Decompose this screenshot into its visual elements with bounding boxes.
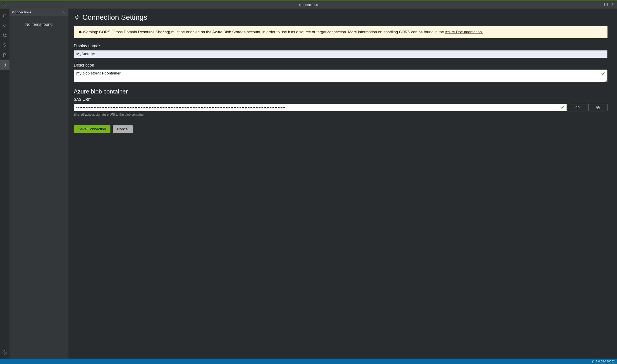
sidebar-title: Connections <box>12 10 31 14</box>
sas-helper-text: Shared access signature URI to the blob … <box>74 113 607 116</box>
display-name-input[interactable] <box>74 50 607 58</box>
rail-nodes-icon[interactable] <box>0 30 10 40</box>
panel-toggle-icon[interactable] <box>604 2 608 7</box>
rail-plug-icon[interactable] <box>0 60 10 70</box>
sidebar-empty-message: No items found <box>10 16 68 359</box>
svg-point-4 <box>4 25 4 25</box>
azure-docs-link[interactable]: Azure Documentation. <box>445 30 483 34</box>
svg-point-19 <box>594 361 594 361</box>
description-label: Description <box>74 63 607 68</box>
display-name-label: Display name* <box>74 44 607 48</box>
status-bar: 2.0.0-b148062 <box>0 359 617 364</box>
sas-uri-label: SAS URI* <box>74 97 607 102</box>
copy-button[interactable] <box>589 104 607 111</box>
page-title: Connection Settings <box>82 13 147 22</box>
warning-icon <box>78 30 82 34</box>
svg-point-18 <box>592 362 593 363</box>
content-panel: Connection Settings Warning: CORS (Cross… <box>68 9 617 359</box>
svg-point-6 <box>5 34 6 35</box>
save-connection-button[interactable]: Save Connection <box>74 125 110 133</box>
plug-icon <box>74 14 80 20</box>
app-logo-icon <box>0 2 9 7</box>
nav-rail <box>0 9 10 359</box>
help-icon[interactable] <box>611 3 614 6</box>
sidebar-panel: Connections No items found <box>10 9 68 359</box>
svg-point-17 <box>592 360 593 361</box>
titlebar: Connections <box>0 0 617 9</box>
main-area: Connections No items found Connection Se… <box>0 9 617 359</box>
sas-uri-input[interactable] <box>74 104 567 111</box>
rail-tag-icon[interactable] <box>0 20 10 30</box>
add-connection-button[interactable] <box>62 10 66 14</box>
rail-file-icon[interactable] <box>0 50 10 60</box>
version-text: 2.0.0-b148062 <box>596 360 615 363</box>
cors-warning: Warning: CORS (Cross Domain Resource Sha… <box>74 26 607 38</box>
svg-rect-1 <box>604 3 607 6</box>
description-input[interactable] <box>74 69 607 82</box>
svg-point-14 <box>577 107 578 108</box>
version-indicator[interactable]: 2.0.0-b148062 <box>592 360 615 363</box>
svg-point-5 <box>3 34 4 35</box>
svg-point-7 <box>3 36 4 37</box>
toggle-visibility-button[interactable] <box>568 104 587 111</box>
svg-point-10 <box>4 352 5 353</box>
cancel-button[interactable]: Cancel <box>113 125 133 133</box>
window-title: Connections <box>0 3 617 7</box>
rail-settings-icon[interactable] <box>0 349 10 359</box>
sidebar-header: Connections <box>10 9 68 16</box>
svg-point-3 <box>612 5 613 5</box>
rail-lightbulb-icon[interactable] <box>0 40 10 50</box>
svg-point-8 <box>5 36 6 37</box>
svg-marker-0 <box>3 3 6 6</box>
warning-text: Warning: CORS (Cross Domain Resource Sha… <box>83 30 445 34</box>
rail-home-icon[interactable] <box>0 10 10 20</box>
azure-section-heading: Azure blob container <box>74 88 607 95</box>
